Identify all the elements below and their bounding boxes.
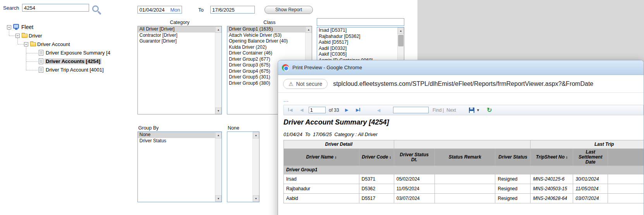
last-page-icon[interactable]: ▶	[356, 105, 361, 115]
category-label: Category	[137, 20, 222, 25]
list-item[interactable]: Driver Container (46)	[227, 50, 305, 56]
parent-report-icon[interactable]: ◄	[376, 105, 381, 115]
url-text[interactable]: stplcloud.efleetsystems.com/STPL/dlhEmis…	[333, 80, 593, 87]
cell-cutoff	[608, 174, 644, 184]
cell-tripsheet-no: MNS-240628-64	[531, 194, 573, 203]
cell-driver-status-dt: 03/07/2024	[394, 194, 435, 203]
security-chip[interactable]: ⚠ Not secure	[283, 79, 328, 89]
class-label: Class	[227, 20, 312, 25]
scroll-up-icon[interactable]: ▲	[253, 132, 259, 138]
to-date-input[interactable]: 17/6/2025	[210, 6, 255, 14]
collapse-parameters-link[interactable]: ...	[283, 97, 289, 103]
cell-last-settlement-date: 03/07/2024	[573, 194, 608, 203]
span-header-driver-detail: Driver Detail	[284, 140, 394, 149]
cell-driver-code: D5371	[359, 174, 394, 184]
sort-icon[interactable]: ▲▼	[566, 156, 568, 159]
scroll-down-icon[interactable]: ▼	[215, 195, 222, 202]
folder-icon	[22, 34, 27, 38]
refresh-icon[interactable]: ↻	[487, 105, 492, 115]
table-header-row: Driver Name ▲▼ Driver Code ▲▼ Driver Sta…	[284, 149, 644, 166]
list-item[interactable]: Kulda Driver (202)	[227, 44, 305, 51]
list-item[interactable]: Opening Balance Driver (40)	[227, 38, 305, 44]
list-item[interactable]: Irsad [D5371]	[317, 27, 397, 34]
address-bar[interactable]: ⚠ Not secure stplcloud.efleetsystems.com…	[278, 75, 644, 93]
scroll-down-icon[interactable]: ▼	[253, 195, 259, 202]
report-subtitle: 01/04/24 To 17/06/25 Category : All Driv…	[283, 132, 378, 137]
list-item[interactable]: Driver Group1 (1635)	[227, 26, 305, 32]
cell-driver-name: Rajbahadur	[284, 184, 359, 194]
to-label: To	[198, 7, 204, 13]
cell-cutoff	[608, 184, 644, 194]
tree-node-fleet[interactable]: Fleet	[21, 24, 33, 31]
column-header-tripsheet-no[interactable]: TripSheet No ▲▼	[531, 149, 573, 166]
list-item[interactable]: Rajbahadur [D5362]	[317, 34, 397, 40]
category-listbox: All Driver [Driver] Contractor [Driver] …	[137, 26, 222, 114]
find-text-input[interactable]	[393, 107, 429, 113]
scroll-thumb[interactable]	[398, 35, 404, 46]
tree-node-driver-accounts[interactable]: Driver Accounts [4254]	[45, 58, 101, 65]
scrollbar[interactable]: ▲ ▼	[252, 132, 259, 202]
find-next-link[interactable]: Next	[447, 105, 456, 116]
screen: Search Fleet Driver Driver Account Drive…	[0, 0, 644, 215]
list-item[interactable]: Driver Status	[138, 138, 215, 144]
sort-icon[interactable]: ▲▼	[389, 156, 391, 159]
column-header-status-remark[interactable]: Status Remark	[435, 149, 496, 166]
prev-page-icon[interactable]: ◀	[300, 105, 303, 115]
window-titlebar[interactable]: Print Preview - Google Chrome	[278, 60, 644, 75]
scroll-down-icon[interactable]: ▼	[215, 108, 222, 114]
tree-node-driver[interactable]: Driver	[29, 32, 42, 39]
collapse-icon[interactable]	[7, 25, 11, 29]
column-header-last-settlement-date[interactable]: Last Settlement Date	[573, 149, 608, 166]
next-page-icon[interactable]: ▶	[345, 105, 348, 115]
cell-driver-code: D5362	[359, 184, 394, 194]
tree-node-driver-exposure-summary[interactable]: Driver Exposure Summary [4	[46, 49, 110, 56]
export-icon[interactable]	[469, 108, 474, 113]
list-item[interactable]: Aakif [C0305]	[317, 51, 397, 58]
scrollbar[interactable]: ▲ ▼	[215, 26, 222, 114]
scrollbar[interactable]: ▲ ▼	[215, 132, 222, 202]
tree-node-driver-trip-account[interactable]: Driver Trip Account [4001]	[46, 67, 104, 73]
group-by-selected-label: None	[228, 125, 239, 131]
list-item[interactable]: Attach Vehicle Driver (53)	[227, 32, 305, 39]
list-item[interactable]: Aadil [D0332]	[317, 46, 397, 52]
export-dropdown-icon[interactable]: ▼	[476, 105, 480, 116]
cell-status-remark	[435, 184, 496, 194]
list-item[interactable]: Guarantor [Driver]	[138, 38, 215, 44]
cell-driver-status: Resigned	[495, 174, 531, 184]
list-item[interactable]: None	[138, 132, 215, 138]
cell-driver-code: D5517	[359, 194, 394, 203]
column-header-driver-name[interactable]: Driver Name ▲▼	[284, 149, 359, 166]
tree-node-driver-account[interactable]: Driver Account	[37, 41, 70, 48]
span-header-empty	[394, 140, 531, 149]
from-date-input[interactable]: 01/04/2024 Mon	[137, 6, 182, 14]
list-item[interactable]: All Driver [Driver]	[138, 26, 215, 32]
chrome-icon	[282, 64, 289, 71]
column-header-driver-status-dt[interactable]: Driver Status Dt.	[394, 149, 435, 166]
cell-driver-status-dt: 05/02/2024	[394, 174, 435, 184]
find-link[interactable]: Find	[433, 105, 441, 116]
sort-icon[interactable]: ▲▼	[335, 156, 337, 159]
report-viewer-toolbar: ◀ ◀ of 33 ▶ ▶ ◄ Find | Next ▼ ↻	[283, 105, 644, 115]
collapse-icon[interactable]	[15, 34, 20, 38]
collapse-icon[interactable]	[24, 42, 28, 46]
folder-icon	[30, 42, 36, 46]
list-item[interactable]: Contractor [Driver]	[138, 32, 215, 39]
page-number-input[interactable]	[309, 107, 326, 113]
column-header-driver-status[interactable]: Driver Status	[495, 149, 531, 166]
scroll-up-icon[interactable]: ▲	[306, 26, 312, 33]
show-report-button[interactable]: Show Report	[264, 6, 313, 14]
scroll-up-icon[interactable]: ▲	[215, 26, 222, 33]
security-label: Not secure	[296, 81, 323, 87]
cell-tripsheet-no: MNS-240503-15	[531, 184, 573, 194]
first-page-icon[interactable]: ◀	[288, 105, 292, 115]
driver-filter-input[interactable]	[317, 18, 404, 26]
group-by-label: Group By	[138, 125, 159, 131]
warning-icon: ⚠	[289, 81, 294, 87]
scroll-up-icon[interactable]: ▲	[398, 27, 404, 34]
column-header-driver-code[interactable]: Driver Code ▲▼	[359, 149, 394, 166]
list-item[interactable]: Aabid [D5517]	[317, 39, 397, 46]
scroll-up-icon[interactable]: ▲	[215, 132, 222, 138]
cell-driver-status: Resigned	[495, 194, 531, 203]
report-tree: Fleet Driver Driver Account Driver Expos…	[0, 0, 134, 155]
group-header-row: Driver Group1	[284, 166, 644, 174]
